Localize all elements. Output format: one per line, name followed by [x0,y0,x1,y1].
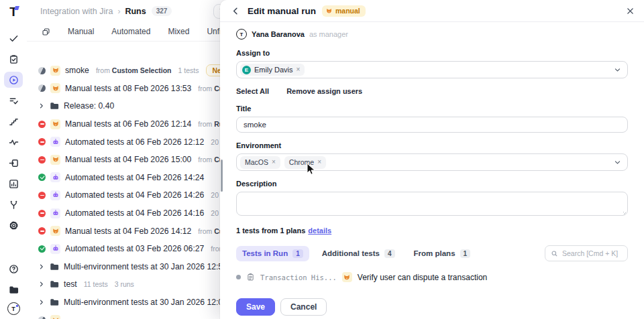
sidebar-item-branch[interactable] [4,196,23,212]
breadcrumb-current[interactable]: Runs [125,7,146,16]
app-logo-icon[interactable]: T [9,5,17,18]
environment-name: MacOS [245,158,268,166]
run-type-badge: manual [322,5,366,17]
robot-automated-icon [50,172,60,182]
list-scrollbar-thumb[interactable] [221,160,223,192]
runs-tab-automated[interactable]: Automated [111,27,150,36]
run-tests-count: 11 tests [84,280,108,288]
fox-manual-icon [50,315,60,319]
sidebar-item-play-circle[interactable] [4,72,23,88]
sidebar-item-pulse[interactable] [4,134,23,150]
drawer-tab-tests-in-run[interactable]: Tests in Run 1 [236,246,309,261]
run-title: Automated tests at 03 Feb 2026 06:27 [65,244,204,253]
sidebar-item-bar-chart[interactable] [4,176,23,192]
sidebar-item-clipboard-check[interactable] [4,51,23,67]
run-title: Manual tests at 06 Feb 2026 12:14 [65,119,191,129]
tab-label: Tests in Run [242,249,288,257]
runs-tab-mixed[interactable]: Mixed [168,27,189,36]
all-runs-tab[interactable] [42,27,50,36]
run-title: smoke [65,66,89,75]
title-input[interactable] [236,117,628,133]
chevron-right-icon[interactable] [38,281,45,288]
select-all-button[interactable]: Select All [236,87,269,95]
manager-name: Yana Baranova [252,30,305,38]
sidebar-item-check[interactable] [4,30,23,46]
run-status-passed-icon [38,245,46,253]
save-button[interactable]: Save [236,298,275,316]
drawer-title: Edit manual run [248,6,316,16]
run-status-failed-icon [38,156,46,164]
fox-manual-icon [50,226,60,236]
chevron-down-icon[interactable] [614,66,621,74]
run-status-failed-icon [38,138,46,145]
chevron-right-icon[interactable] [38,299,45,306]
test-row[interactable]: Transaction His... Verify user can dispu… [236,272,628,282]
stairs-icon [9,117,19,127]
gear-icon [9,220,19,231]
environment-chip[interactable]: MacOS × [240,156,280,169]
fox-manual-icon [342,272,352,282]
details-link[interactable]: details [308,227,331,235]
drawer-tab-additional-tests[interactable]: Additional tests 4 [316,246,401,261]
close-button[interactable] [626,7,635,15]
robot-automated-icon [50,244,60,254]
tests-search-box[interactable] [545,245,628,261]
remove-environment-icon[interactable]: × [272,159,276,166]
title-label: Title [236,105,628,113]
sidebar-item-import[interactable] [4,155,23,171]
assigned-user-chip[interactable]: E Emily Davis × [240,64,305,76]
breadcrumb-separator: › [117,7,120,16]
run-status-failed-icon [38,210,46,217]
edit-run-drawer: Edit manual run manual T Yana Baranova a… [220,0,644,319]
user-avatar: E [242,66,251,74]
folder-icon [50,101,59,111]
environment-label: Environment [236,141,628,149]
run-status-failed-icon [38,227,46,235]
cancel-button[interactable]: Cancel [280,298,327,316]
breadcrumb-parent[interactable]: Integration with Jira [40,7,113,16]
environment-chip[interactable]: Chrome × [284,156,326,169]
workspace-avatar[interactable]: T [7,302,20,315]
chevron-right-icon[interactable] [38,263,45,270]
fox-manual-icon [50,83,60,93]
sidebar-item-gear[interactable] [4,217,23,233]
runs-tab-manual[interactable]: Manual [68,27,94,36]
run-title: Manual tests at 04 Feb 2026 14:12 [65,227,191,236]
folder-icon [50,279,59,289]
remove-user-icon[interactable]: × [296,66,300,73]
run-tests-count: 1 tests [178,66,199,74]
run-title: Automated tests at 04 Feb 2026 14:16 [65,208,204,218]
chevron-down-icon[interactable] [614,159,621,166]
sidebar-item-help[interactable] [4,261,23,277]
sidebar-item-list-check[interactable] [4,92,23,109]
search-icon [551,250,558,257]
drawer-body: T Yana Baranova as manager Assign to E E… [220,22,644,319]
run-title: Automated tests at 04 Feb 2026 14:26 [65,190,204,200]
back-button[interactable] [231,6,241,16]
sidebar-item-stairs[interactable] [4,113,23,129]
remove-assign-users-button[interactable]: Remove assign users [286,87,362,95]
environment-select[interactable]: MacOS × Chrome × [236,153,628,171]
run-title: test [64,279,77,289]
description-textarea[interactable] [236,192,628,216]
tests-search-input[interactable] [562,249,622,257]
drawer-tab-from-plans[interactable]: From plans 1 [408,246,477,261]
help-icon [9,264,19,274]
assign-select[interactable]: E Emily Davis × [236,61,628,78]
description-label: Description [236,180,628,188]
run-title: Manual tests at 04 Feb 2026 15:00 [65,155,191,164]
robot-automated-icon [50,190,60,200]
play-circle-icon [9,75,19,85]
run-title: Manual tests at 08 Feb 2026 13:53 [65,84,191,93]
sidebar-item-folder-dark[interactable] [4,281,23,298]
drawer-tabs: Tests in Run 1 Additional tests 4 From p… [236,245,628,261]
run-status-failed-icon [38,121,46,128]
chevron-right-icon[interactable] [38,103,45,109]
run-title: Multi-environment tests at 30 Jan 2026 1… [64,298,227,307]
suite-clipboard-icon [246,273,255,281]
remove-environment-icon[interactable]: × [317,159,321,166]
list-check-icon [9,96,19,106]
run-title: Automated tests at 04 Feb 2026 14:24 [65,173,204,182]
fox-manual-icon [50,119,60,129]
clipboard-check-icon [9,54,19,64]
